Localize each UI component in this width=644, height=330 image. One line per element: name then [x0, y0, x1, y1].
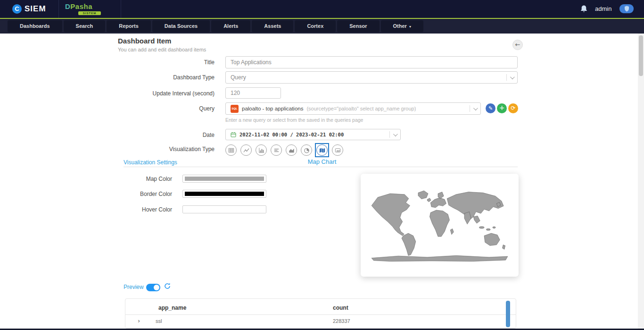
hover-color-input[interactable]: [182, 205, 266, 213]
page-scrollbar-thumb[interactable]: [639, 35, 643, 76]
title-label: Title: [71, 56, 215, 68]
chevron-down-icon: [473, 106, 478, 110]
visualization-settings-link[interactable]: Visualization Settings: [124, 159, 177, 166]
table-scrollbar[interactable]: [506, 301, 510, 327]
edit-query-button[interactable]: ✎: [486, 103, 495, 113]
area-chart-icon[interactable]: [286, 144, 297, 156]
map-color-label: Map Color: [71, 175, 172, 183]
pie-chart-icon[interactable]: [301, 144, 312, 156]
nav-item-dashboards[interactable]: Dashboards: [8, 20, 62, 32]
add-query-button[interactable]: +: [497, 103, 507, 113]
main-nav: Dashboards Search Reports Data Sources A…: [0, 18, 644, 34]
page-title: Dashboard Item: [118, 37, 171, 45]
dashboard-type-select[interactable]: Query: [225, 71, 518, 84]
border-color-label: Border Color: [71, 190, 172, 198]
table-chart-icon[interactable]: [225, 144, 237, 156]
query-name: paloalto - top applications: [242, 106, 303, 111]
query-help-text: Enter a new query or select from the sav…: [225, 117, 363, 123]
dpasha-subtitle: SISTEM: [78, 11, 101, 15]
table-row[interactable]: › ssl 228337: [125, 315, 516, 328]
visualization-type-options: [225, 143, 343, 157]
date-label: Date: [71, 129, 215, 141]
column-header-count: count: [333, 305, 348, 311]
query-select[interactable]: SQL paloalto - top applications (sourcet…: [225, 102, 481, 115]
expand-row-icon[interactable]: ›: [138, 317, 140, 324]
siem-logo-text[interactable]: SIEM: [25, 0, 46, 18]
list-chart-icon[interactable]: [271, 144, 282, 156]
page-scrollbar[interactable]: [638, 34, 644, 329]
user-shield-icon[interactable]: [619, 4, 634, 13]
nav-item-assets[interactable]: Assets: [252, 20, 293, 32]
hover-color-swatch: [185, 207, 264, 212]
notifications-bell-icon[interactable]: [580, 5, 588, 13]
preview-refresh-icon[interactable]: [164, 282, 171, 290]
hover-color-label: Hover Color: [71, 205, 172, 214]
cell-count: 228337: [333, 318, 350, 324]
preview-label: Preview: [124, 284, 144, 290]
refresh-query-button[interactable]: ⟳: [508, 103, 518, 113]
bar-chart-icon[interactable]: [256, 144, 267, 156]
nav-item-sensor[interactable]: Sensor: [337, 20, 379, 32]
visualization-type-label: Visualization Type: [71, 143, 215, 155]
preview-toggle[interactable]: [146, 284, 160, 291]
section-divider: [124, 167, 518, 167]
map-preview-card: [361, 174, 519, 277]
title-input[interactable]: [225, 56, 518, 68]
sql-icon: SQL: [231, 105, 239, 113]
line-chart-icon[interactable]: [240, 144, 252, 156]
siem-logo-icon[interactable]: C: [12, 4, 22, 14]
nav-item-data-sources[interactable]: Data Sources: [152, 20, 210, 32]
nav-item-cortex[interactable]: Cortex: [295, 20, 336, 32]
nav-item-other[interactable]: Other▾: [381, 20, 423, 32]
chevron-down-icon: [510, 75, 515, 79]
query-detail: (sourcetype="paloalto" select app_name g…: [306, 106, 416, 111]
cell-app-name: ssl: [156, 318, 162, 324]
calendar-icon: [231, 132, 236, 137]
dpasha-text: Pasha: [70, 2, 92, 10]
border-color-input[interactable]: [182, 190, 266, 198]
nav-item-alerts[interactable]: Alerts: [211, 20, 250, 32]
dpasha-d: D: [65, 2, 70, 10]
map-color-input[interactable]: [182, 175, 266, 183]
topbar-divider: [121, 0, 121, 18]
nav-item-search[interactable]: Search: [64, 20, 106, 32]
world-map: [365, 179, 514, 271]
column-header-app-name: app_name: [158, 305, 186, 311]
dpasha-brand-logo: DPasha SISTEM: [65, 2, 101, 15]
map-chart-icon[interactable]: [316, 144, 328, 156]
border-color-swatch: [185, 192, 264, 196]
chevron-down-icon: ▾: [409, 21, 411, 33]
nav-item-reports[interactable]: Reports: [107, 20, 151, 32]
user-menu[interactable]: admin: [595, 0, 611, 18]
app-window: C SIEM DPasha SISTEM admin Dashboards Se…: [0, 0, 644, 330]
top-bar: C SIEM DPasha SISTEM admin: [0, 0, 644, 18]
date-range-picker[interactable]: 2022-11-02 00:00 / 2023-02-21 02:00: [225, 129, 401, 140]
image-chart-icon[interactable]: [332, 144, 343, 156]
map-color-swatch: [185, 177, 264, 181]
query-label: Query: [71, 102, 215, 115]
preview-table: app_name count › ssl 228337: [125, 298, 516, 329]
map-chart-selected-frame: [315, 143, 329, 157]
page-content: Dashboard Item You can add and edit dash…: [0, 34, 644, 329]
back-button[interactable]: ←: [512, 40, 523, 50]
page-subtitle: You can add and edit dashboard items: [118, 47, 206, 52]
dashboard-type-label: Dashboard Type: [71, 71, 215, 84]
chevron-down-icon: [393, 132, 398, 136]
table-header-row: app_name count: [125, 299, 516, 315]
date-range-value: 2022-11-02 00:00 / 2023-02-21 02:00: [239, 132, 344, 137]
update-interval-label: Update Interval (second): [71, 87, 215, 100]
topbar-divider: [58, 0, 59, 18]
update-interval-input[interactable]: [225, 87, 281, 99]
selected-viz-type-label: Map Chart: [289, 158, 355, 165]
